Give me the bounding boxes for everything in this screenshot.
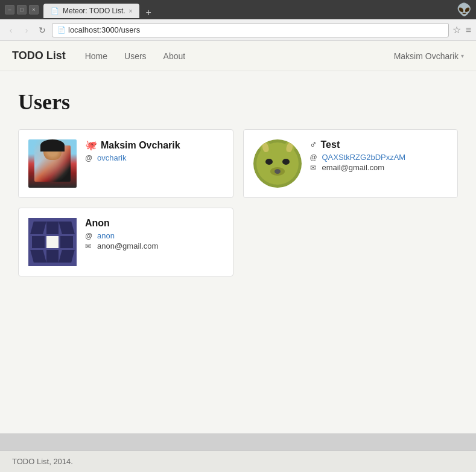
email-icon-anon: ✉ (85, 242, 94, 250)
browser-tab[interactable]: 📄 Meteor: TODO List. × (43, 4, 139, 18)
user-email-anon: ✉ anon@gmail.com (85, 241, 223, 250)
footer-text: TODO List, 2014. (12, 457, 73, 466)
avatar-block (60, 236, 73, 249)
user-email-test: ✉ email@gmail.com (310, 163, 448, 172)
avatar-block (46, 250, 59, 263)
tab-title: Meteor: TODO List. (63, 7, 125, 15)
back-button[interactable]: ‹ (5, 24, 17, 36)
close-button[interactable]: × (29, 5, 39, 14)
users-grid: 🐙 Maksim Ovcharik @ ovcharik (18, 129, 458, 276)
navbar-brand[interactable]: TODO List (12, 49, 66, 62)
footer: TODO List, 2014. (0, 450, 476, 472)
app-container: TODO List Home Users About Maksim Ovchar… (0, 41, 476, 433)
user-name-anon: Anon (85, 218, 223, 229)
bookmark-button[interactable]: ☆ (452, 24, 461, 36)
page-icon: 📄 (57, 26, 66, 34)
browser-menu-button[interactable]: ≡ (466, 25, 471, 36)
at-icon-anon: @ (85, 232, 94, 240)
user-card-test: ♂ Test @ QAXStkRZG2bDPxzAM ✉ email@gmail… (243, 129, 459, 198)
user-info-test: ♂ Test @ QAXStkRZG2bDPxzAM ✉ email@gmail… (310, 139, 448, 173)
email-text-anon: anon@gmail.com (97, 241, 158, 250)
avatar-block (30, 222, 46, 234)
user-menu-label: Maksim Ovcharik (394, 51, 459, 61)
user-name-test: ♂ Test (310, 139, 448, 150)
avatar-block (59, 250, 75, 263)
nav-link-home[interactable]: Home (78, 48, 115, 65)
avatar-block (32, 236, 45, 249)
avatar-block (30, 250, 46, 263)
email-text-test: email@gmail.com (322, 163, 385, 172)
tab-page-icon: 📄 (51, 7, 59, 15)
user-username-test: @ QAXStkRZG2bDPxzAM (310, 153, 448, 162)
avatar-block (46, 236, 59, 249)
user-info-maksim: 🐙 Maksim Ovcharik @ ovcharik (85, 139, 223, 164)
user-username-maksim: @ ovcharik (85, 153, 223, 162)
avatar-block (46, 222, 59, 234)
page-title: Users (18, 89, 458, 115)
new-tab-button[interactable]: + (142, 7, 154, 18)
username-link-maksim[interactable]: ovcharik (97, 153, 126, 162)
address-bar[interactable]: 📄 localhost:3000/users (52, 23, 449, 37)
maximize-button[interactable]: □ (17, 5, 27, 14)
user-username-anon: @ anon (85, 231, 223, 240)
dropdown-arrow-icon: ▾ (461, 53, 464, 59)
avatar-anon (28, 218, 77, 266)
avatar-block (59, 222, 75, 234)
navbar: TODO List Home Users About Maksim Ovchar… (0, 41, 476, 71)
browser-icon: 👽 (457, 2, 471, 17)
avatar-test (253, 139, 302, 188)
at-icon-test: @ (310, 153, 319, 162)
user-card-maksim: 🐙 Maksim Ovcharik @ ovcharik (18, 129, 233, 198)
person-icon: ♂ (310, 139, 317, 150)
url-text: localhost:3000/users (68, 25, 140, 34)
user-info-anon: Anon @ anon ✉ anon@gmail.com (85, 218, 223, 252)
at-icon: @ (85, 154, 94, 162)
nav-right: Maksim Ovcharik ▾ (394, 51, 464, 61)
user-card-anon: Anon @ anon ✉ anon@gmail.com (18, 208, 233, 276)
nav-link-users[interactable]: Users (117, 48, 154, 65)
forward-button[interactable]: › (21, 24, 33, 36)
nav-link-about[interactable]: About (156, 48, 193, 65)
tab-close-button[interactable]: × (129, 8, 133, 14)
page-content: Users 🐙 Maksim Ovcharik (0, 71, 476, 295)
nav-links: Home Users About (78, 48, 394, 65)
user-dropdown[interactable]: Maksim Ovcharik ▾ (394, 51, 464, 61)
minimize-button[interactable]: – (5, 5, 14, 14)
refresh-button[interactable]: ↻ (36, 24, 48, 36)
username-link-test[interactable]: QAXStkRZG2bDPxzAM (322, 153, 406, 162)
github-icon: 🐙 (85, 139, 97, 151)
avatar-maksim (28, 139, 77, 188)
user-name-maksim: 🐙 Maksim Ovcharik (85, 139, 223, 151)
email-icon-test: ✉ (310, 164, 319, 172)
username-link-anon[interactable]: anon (97, 231, 115, 240)
